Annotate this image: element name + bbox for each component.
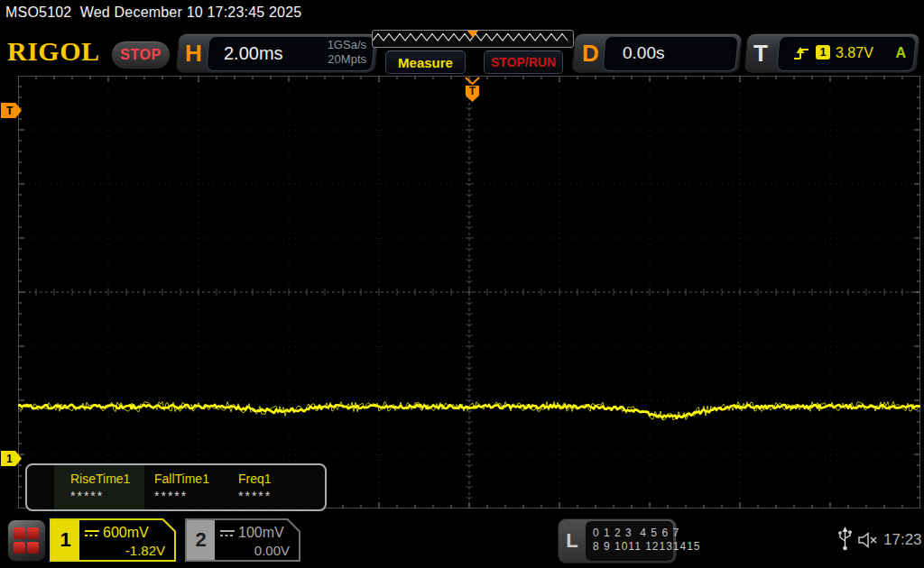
measurement-panel[interactable]: RiseTime1 ***** FallTime1 ***** Freq1 **… [25,463,327,511]
rigol-logo: RIGOL [7,36,100,67]
acquisition-info: 1GSa/s 20Mpts [328,38,366,67]
clock: 17:23 [883,531,922,549]
trigger-label: T [753,36,768,70]
measurement-value: ***** [154,489,188,503]
logic-row-2: 8 9 1011 12131415 [593,540,673,554]
acquisition-state-badge: STOP [111,41,171,69]
measurement-value: ***** [238,489,272,503]
usb-icon [837,527,853,552]
speaker-muted-icon [857,531,881,549]
dc-coupling-icon [220,529,235,537]
menu-square [14,542,25,554]
measurement-name: Freq1 [238,472,272,486]
trigger-position-marker[interactable]: T [464,77,481,104]
measurement-name: RiseTime1 [70,472,130,486]
measurement-item[interactable]: RiseTime1 ***** [63,465,146,509]
channel1-scale: 600mV [85,525,149,541]
horizontal-menu-tab[interactable]: H 2.00ms 1GSa/s 20Mpts [177,33,377,73]
trigger-level-value: 3.87V [836,45,873,61]
grid-and-trace [18,76,920,508]
menu-grid-icon [13,527,41,554]
horizontal-label: H [185,36,202,70]
channel2-scale: 100mV [220,525,284,541]
main-menu-button[interactable] [7,519,46,562]
timebase-value: 2.00ms [224,43,283,64]
menu-square [27,542,39,554]
measurement-name: FallTime1 [154,472,209,486]
preview-position-marker-icon[interactable] [467,31,478,38]
channel1-offset-value: -1.82V [125,543,165,558]
channel2-number-tab: 2 [187,520,215,560]
memory-preview-bar[interactable] [372,30,574,48]
menu-square [14,527,25,539]
measurement-value: ***** [70,489,104,503]
logic-analyzer-block[interactable]: L 0 1 2 3 4 5 6 7 8 9 1011 12131415 [558,518,677,563]
delay-value: 0.00s [623,43,664,63]
channel2-inner: 2 100mV 0.00V [187,520,299,560]
trigger-sweep-mode: A [895,45,906,61]
measurement-item[interactable]: Freq1 ***** [231,465,314,509]
logic-analyzer-label: L [559,519,586,563]
channel2-scale-value: 100mV [238,525,284,541]
status-title: MSO5102 Wed December 10 17:23:45 2025 [5,5,301,21]
trigger-position-icon: T [464,77,481,104]
delay-label: D [582,36,599,70]
channel1-scale-value: 600mV [103,525,149,541]
trigger-menu-tab[interactable]: T 1 3.87V A [745,33,919,73]
dc-coupling-icon [85,529,99,537]
rising-edge-trigger-icon [792,45,810,60]
channel1-number-tab: 1 [51,520,79,560]
stop-run-button[interactable]: STOP/RUN [484,50,563,74]
delay-menu-tab[interactable]: D 0.00s [573,33,741,73]
menu-square [27,527,39,539]
measure-button[interactable]: Measure [385,50,466,74]
channel2-status-block[interactable]: 2 100mV 0.00V [185,518,300,562]
channel2-offset-value: 0.00V [254,543,290,558]
trigger-source-badge: 1 [816,45,830,60]
svg-text:T: T [469,85,476,97]
sample-rate: 1GSa/s [328,38,366,52]
logic-channel-list: 0 1 2 3 4 5 6 7 8 9 1011 12131415 [586,521,673,561]
logic-row-1: 0 1 2 3 4 5 6 7 [593,527,673,540]
memory-depth: 20Mpts [328,52,366,67]
measurement-item[interactable]: FallTime1 ***** [147,465,230,509]
channel1-status-block[interactable]: 1 600mV -1.82V [50,518,176,562]
graticule [18,76,920,508]
channel1-inner: 1 600mV -1.82V [51,520,174,560]
